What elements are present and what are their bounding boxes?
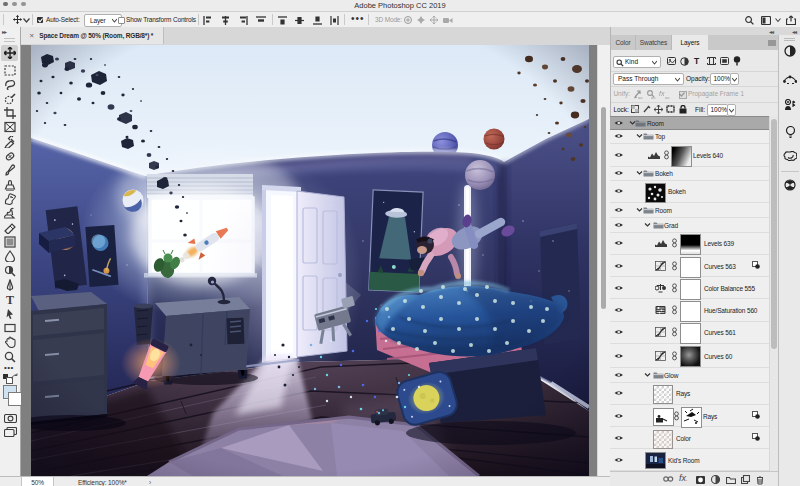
svg-text:T: T	[6, 293, 14, 305]
svg-text:oo: oo	[638, 95, 643, 99]
svg-text:oo: oo	[651, 95, 656, 99]
svg-text:oo: oo	[665, 95, 670, 99]
